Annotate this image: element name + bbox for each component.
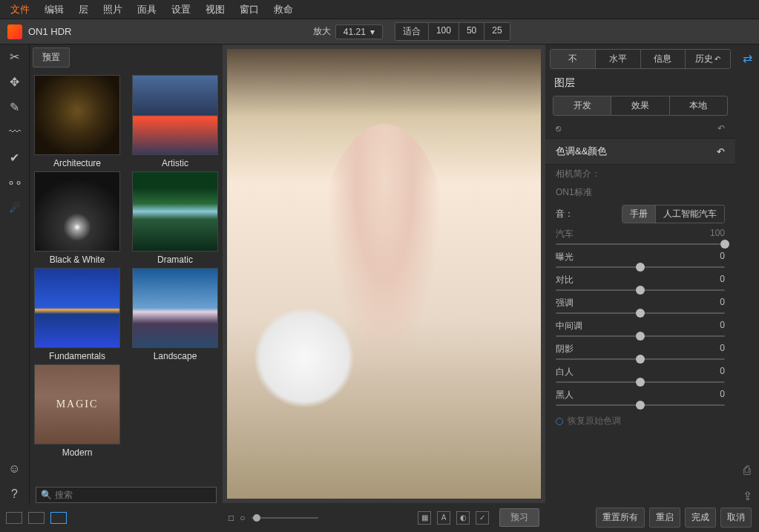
main-tab-3[interactable]: 历史↶: [685, 50, 730, 68]
preset-panel: 预置 ArchitectureArtisticBlack & WhiteDram…: [30, 45, 223, 503]
preset-dramatic[interactable]: Dramatic: [129, 171, 221, 265]
preset-modern[interactable]: MAGICModern: [31, 364, 123, 458]
help-icon[interactable]: ?: [6, 485, 24, 503]
slider-thumb[interactable]: [636, 309, 645, 318]
menu-文件[interactable]: 文件: [3, 0, 37, 19]
square-icon[interactable]: □: [229, 513, 234, 523]
slider-thumb[interactable]: [636, 378, 645, 387]
slider-thumb[interactable]: [636, 355, 645, 364]
section-tone-color[interactable]: 色调&&颜色 ↶: [545, 138, 735, 165]
slider-track[interactable]: [556, 243, 725, 245]
link-tool-icon[interactable]: ∘∘: [6, 174, 24, 191]
menu-照片[interactable]: 照片: [96, 0, 130, 19]
menu-窗口[interactable]: 窗口: [232, 0, 266, 19]
print-icon[interactable]: ⎙: [740, 463, 755, 478]
move-tool-icon[interactable]: ✥: [6, 73, 24, 91]
slider-thumb[interactable]: [636, 401, 645, 410]
view-mode-compare[interactable]: [50, 512, 67, 524]
sub-tab-本地[interactable]: 本地: [669, 96, 727, 115]
preset-landscape[interactable]: Landscape: [129, 268, 221, 361]
slider-黑人: 黑人0: [545, 387, 735, 410]
search-tool-icon[interactable]: ☄: [6, 199, 24, 217]
menu-面具[interactable]: 面具: [130, 0, 164, 19]
menu-设置[interactable]: 设置: [164, 0, 198, 19]
slider-thumb[interactable]: [253, 514, 260, 522]
camera-profile-label: 相机简介：: [545, 165, 735, 183]
camera-profile-value: ON1标准: [545, 183, 735, 202]
slider-track[interactable]: [556, 358, 725, 360]
slider-track[interactable]: [556, 266, 725, 268]
menu-编辑[interactable]: 编辑: [37, 0, 71, 19]
topbar: ON1 HDR 放大 41.21 ▾ 适合1005025: [0, 19, 759, 45]
settings-icon[interactable]: ⇄: [740, 50, 755, 65]
clone-tool-icon[interactable]: ✔: [6, 148, 24, 166]
circle-icon[interactable]: ○: [240, 513, 245, 523]
preset-search-box[interactable]: 🔍: [36, 487, 217, 503]
menu-视图[interactable]: 视图: [198, 0, 232, 19]
undo-icon[interactable]: ↶: [717, 146, 725, 157]
slider-thumb[interactable]: [720, 240, 729, 249]
bottom-slider[interactable]: [252, 517, 318, 519]
main-tab-1[interactable]: 水平: [595, 50, 640, 68]
tone-btn-1[interactable]: 人工智能汽车: [655, 206, 724, 223]
action-完成[interactable]: 完成: [685, 508, 716, 528]
panel-title-layers: 图层: [545, 73, 735, 93]
slider-中间调: 中间调0: [545, 318, 735, 341]
main-tab-0[interactable]: 不: [551, 50, 595, 68]
mask-icon[interactable]: ◐: [456, 511, 470, 525]
share-icon[interactable]: ⇪: [740, 488, 755, 503]
slider-track[interactable]: [556, 381, 725, 383]
action-重置所有[interactable]: 重置所有: [596, 508, 645, 528]
preset-label: Dramatic: [129, 254, 221, 265]
preset-header-tab[interactable]: 预置: [33, 47, 70, 68]
brush-tool-icon[interactable]: ✎: [6, 98, 24, 116]
menu-救命[interactable]: 救命: [266, 0, 300, 19]
preset-black-&-white[interactable]: Black & White: [31, 171, 123, 265]
slider-track[interactable]: [556, 289, 725, 291]
tone-label: 音：: [556, 208, 574, 220]
action-重启[interactable]: 重启: [649, 508, 680, 528]
preset-search-input[interactable]: [55, 490, 211, 500]
zoom-btn-25[interactable]: 25: [484, 23, 509, 40]
preset-artistic[interactable]: Artistic: [129, 75, 221, 168]
crop-tool-icon[interactable]: ✂: [6, 47, 24, 65]
slider-track[interactable]: [556, 312, 725, 314]
undo-icon[interactable]: ↶: [717, 123, 725, 134]
view-mode-single[interactable]: [6, 512, 22, 524]
export-icon[interactable]: ⎋: [556, 123, 561, 134]
preset-label: Architecture: [31, 158, 123, 168]
tool-strip: ✂ ✥ ✎ 〰 ✔ ∘∘ ☄ ☺ ?: [0, 45, 30, 503]
image-canvas[interactable]: [227, 49, 541, 499]
preset-label: Black & White: [31, 254, 123, 265]
main-tab-2[interactable]: 信息: [640, 50, 686, 68]
undo-icon: ↶: [714, 55, 720, 63]
slider-track[interactable]: [556, 404, 725, 406]
zoom-value-dropdown[interactable]: 41.21 ▾: [335, 24, 383, 39]
slider-thumb[interactable]: [636, 332, 645, 341]
preset-architecture[interactable]: Architecture: [31, 75, 123, 168]
check-icon[interactable]: ✓: [476, 511, 489, 525]
preview-button[interactable]: 预习: [499, 508, 539, 527]
radio-icon: [556, 418, 563, 425]
retouch-tool-icon[interactable]: 〰: [6, 123, 24, 141]
slider-thumb[interactable]: [636, 263, 645, 272]
action-取消[interactable]: 取消: [720, 508, 752, 528]
zoom-btn-50[interactable]: 50: [459, 23, 484, 40]
slider-thumb[interactable]: [636, 286, 645, 295]
view-mode-split[interactable]: [28, 512, 45, 524]
slider-track[interactable]: [556, 335, 725, 337]
search-icon: 🔍: [41, 490, 52, 500]
menu-层[interactable]: 层: [71, 0, 96, 19]
grid-toggle-icon[interactable]: ▦: [418, 511, 431, 525]
preset-fundamentals[interactable]: Fundamentals: [31, 268, 123, 361]
preset-label: Landscape: [129, 351, 221, 361]
sub-tab-开发[interactable]: 开发: [553, 96, 611, 115]
user-icon[interactable]: ☺: [6, 460, 24, 478]
zoom-btn-适合[interactable]: 适合: [395, 23, 428, 40]
restore-original-tone[interactable]: 恢复原始色调: [545, 410, 735, 432]
sub-tab-效果[interactable]: 效果: [611, 96, 668, 115]
tone-btn-0[interactable]: 手册: [622, 206, 655, 223]
zoom-btn-100[interactable]: 100: [428, 23, 459, 40]
preset-label: Artistic: [129, 158, 221, 168]
text-a-icon[interactable]: A: [437, 511, 450, 525]
